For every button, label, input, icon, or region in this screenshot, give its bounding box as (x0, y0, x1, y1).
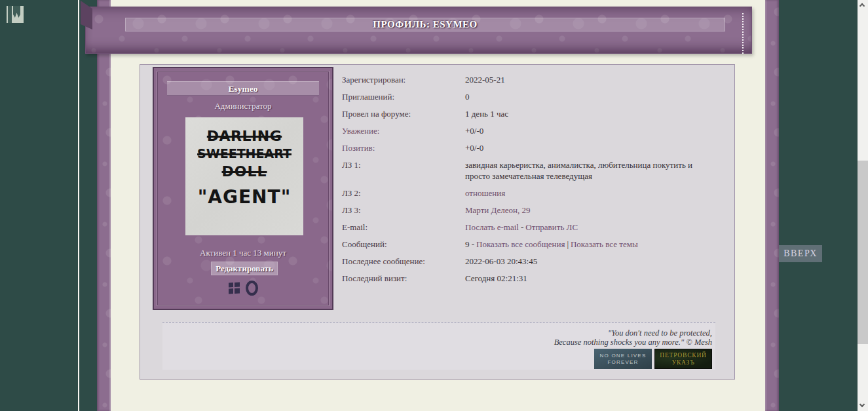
activity-status: Активен 1 час 13 минут (154, 248, 332, 258)
opera-logo-icon (246, 281, 258, 296)
field-value: 2022-06-03 20:43:45 (465, 256, 717, 267)
field-value: 2022-05-21 (465, 74, 717, 85)
avatar-text-main: "AGENT" (185, 187, 303, 208)
lz3-link[interactable]: Марти Делеон, 29 (465, 205, 717, 216)
field-row-messages: Сообщений: 9 -Показать все сообщения|Пок… (342, 239, 725, 250)
scrollbar-thumb[interactable] (858, 161, 868, 344)
field-row-last-visit: Последний визит: Сегодня 02:21:31 (342, 273, 725, 284)
field-row-email: E-mail: Послать e-mail-Отправить ЛС (342, 222, 725, 233)
field-value: +0/-0 (465, 125, 717, 136)
field-row-positive: Позитив: +0/-0 (342, 142, 725, 153)
page-title: ПРОФИЛЬ: ESYMEO (125, 18, 725, 31)
banner-no-one-lives-forever[interactable]: NO ONE LIVES FOREVER (594, 349, 652, 369)
field-row-respect: Уважение: +0/-0 (342, 125, 725, 136)
field-label: Последнее сообщение: (342, 256, 465, 267)
field-value: Сегодня 02:21:31 (465, 273, 717, 284)
platform-icons (154, 279, 332, 296)
footer-banners: NO ONE LIVES FOREVER ПЕТРОВСКИЙ УКАЗЪ (162, 349, 712, 369)
profile-panel: Esymeo Администратор DARLING SWEETHEART … (140, 64, 735, 380)
avatar: DARLING SWEETHEART DOLL "AGENT" (185, 117, 303, 235)
field-row-registered: Зарегистрирован: 2022-05-21 (342, 74, 725, 85)
chevron-down-icon[interactable] (858, 401, 868, 411)
chevron-up-icon[interactable] (858, 0, 868, 10)
footer-quote-line1: "You don't need to be protected, (162, 328, 712, 338)
avatar-text-line: DARLING (185, 127, 303, 145)
banner-text-line: ПЕТРОВСКИЙ (655, 352, 711, 359)
footer-box: "You don't need to be protected, Because… (162, 322, 715, 370)
bookmark-ribbon-icon (13, 6, 20, 18)
banner-petrovsky-ukaz[interactable]: ПЕТРОВСКИЙ УКАЗЪ (654, 349, 712, 369)
left-divider-line (78, 0, 79, 411)
right-border-strip (765, 0, 779, 411)
field-label: Последний визит: (342, 273, 465, 284)
field-label: Зарегистрирован: (342, 74, 465, 85)
field-label: ЛЗ 3: (342, 205, 465, 216)
positive-link[interactable]: Позитив: (342, 142, 465, 153)
field-row-time-on-forum: Провел на форуме: 1 день 1 час (342, 108, 725, 119)
scroll-to-top-button[interactable]: ВВЕРХ (779, 245, 822, 262)
logo-stripe (8, 6, 12, 23)
send-email-link[interactable]: Послать e-mail (465, 222, 519, 232)
field-row-invitations: Приглашений: 0 (342, 91, 725, 102)
banner-text-line: FOREVER (594, 359, 652, 366)
scrollbar-track[interactable] (858, 0, 868, 411)
ribbon-fold (81, 1, 92, 29)
respect-link[interactable]: Уважение: (342, 125, 465, 136)
banner-text-line: NO ONE LIVES (594, 353, 652, 359)
ribbon-dotted-line (742, 13, 744, 54)
field-row-lz3: ЛЗ 3: Марти Делеон, 29 (342, 205, 725, 216)
user-role: Администратор (154, 101, 332, 111)
show-all-posts-link[interactable]: Показать все сообщения (476, 239, 565, 249)
profile-fields: Зарегистрирован: 2022-05-21 Приглашений:… (342, 74, 725, 290)
field-value: 1 день 1 час (465, 108, 717, 119)
lz2-link[interactable]: отношения (465, 187, 717, 199)
field-row-lz2: ЛЗ 2: отношения (342, 187, 725, 199)
field-label: ЛЗ 1: (342, 159, 465, 182)
username: Esymeo (167, 81, 319, 96)
message-count: 9 - (465, 239, 474, 249)
footer-quote-line2: Because nothing shocks you any more." © … (162, 338, 712, 347)
left-border-strip (97, 0, 111, 411)
edit-profile-button[interactable]: Редактировать (211, 262, 278, 275)
show-all-topics-link[interactable]: Показать все темы (571, 239, 638, 249)
field-label: Приглашений: (342, 91, 465, 102)
field-value: +0/-0 (465, 142, 717, 153)
header-ribbon: ПРОФИЛЬ: ESYMEO (85, 7, 752, 54)
field-row-lz1: ЛЗ 1: завидная карьеристка, анималистка,… (342, 159, 725, 182)
avatar-text-line: SWEETHEART (185, 145, 303, 163)
field-value: завидная карьеристка, анималистка, любит… (465, 159, 717, 182)
field-label: Провел на форуме: (342, 108, 465, 119)
field-label: Сообщений: (342, 239, 465, 250)
send-pm-link[interactable]: Отправить ЛС (525, 222, 578, 232)
site-corner-logo (7, 6, 24, 23)
separator: - (521, 222, 523, 232)
separator: | (567, 239, 569, 249)
profile-card: Esymeo Администратор DARLING SWEETHEART … (153, 67, 333, 310)
banner-text-line: УКАЗЪ (655, 359, 711, 366)
field-label: ЛЗ 2: (342, 187, 465, 199)
field-value: 0 (465, 91, 717, 102)
windows-logo-icon (229, 282, 240, 294)
avatar-text-line: DOLL (185, 163, 303, 180)
field-row-last-post: Последнее сообщение: 2022-06-03 20:43:45 (342, 256, 725, 267)
field-label: E-mail: (342, 222, 465, 233)
